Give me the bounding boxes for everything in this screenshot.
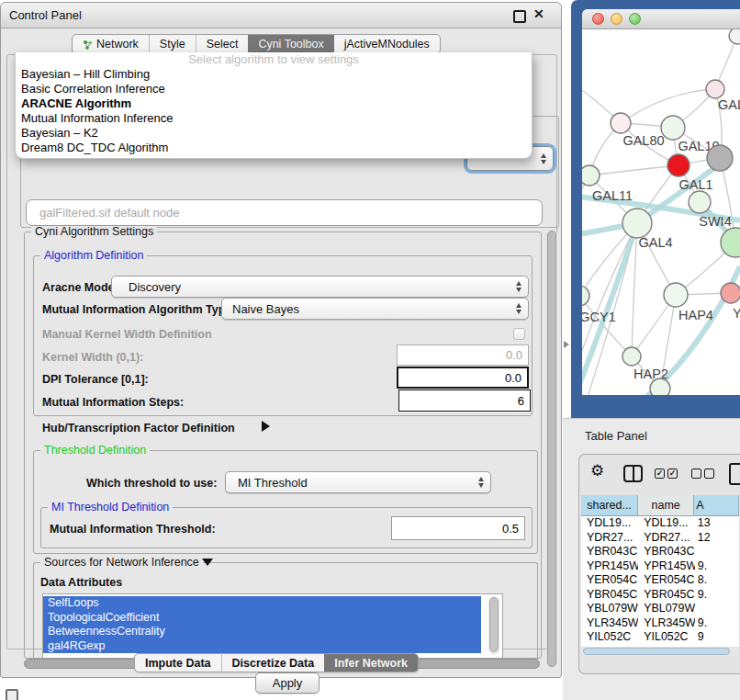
file-icon[interactable] bbox=[729, 463, 740, 485]
column-header-shared...[interactable]: shared... bbox=[581, 495, 638, 516]
algorithm-option[interactable]: Bayesian – K2 bbox=[16, 126, 532, 141]
cyni-bottom-tabbar: Impute DataDiscretize DataInfer Network bbox=[134, 653, 419, 672]
tab-style[interactable]: Style bbox=[149, 35, 196, 53]
table-cell: YIL052C bbox=[581, 630, 638, 645]
manual-kernel-checkbox[interactable] bbox=[513, 328, 525, 340]
table-cell: YDR27... bbox=[638, 531, 695, 546]
table-row[interactable]: YIL052CYIL052C9 bbox=[581, 630, 739, 645]
algorithm-option[interactable]: Bayesian – Hill Climbing bbox=[16, 67, 532, 82]
table-cell: YLR345W bbox=[581, 616, 638, 631]
data-attribute-item[interactable]: gal4RGexp bbox=[43, 639, 481, 654]
network-node[interactable] bbox=[707, 145, 733, 171]
algorithm-option[interactable]: Basic Correlation Inference bbox=[16, 82, 532, 96]
network-window-frame[interactable]: GALGAL80GAL10GAL1GAL11SWI4GAL4GCY1HAP4YH… bbox=[571, 0, 740, 418]
table-row[interactable]: YBR043CYBR043C bbox=[581, 545, 739, 559]
dpi-tolerance-input[interactable]: 0.0 bbox=[397, 367, 529, 389]
tab-discretize-data[interactable]: Discretize Data bbox=[221, 654, 325, 672]
network-window-titlebar[interactable] bbox=[582, 9, 740, 29]
tab-label: jActiveMNodules bbox=[344, 38, 430, 51]
table-row[interactable]: YER054CYER054C8. bbox=[581, 573, 739, 588]
mi-steps-label: Mutual Information Steps: bbox=[42, 396, 184, 409]
network-node-gal11[interactable] bbox=[582, 165, 600, 186]
table-cell: YBL079W bbox=[581, 602, 638, 616]
aracne-mode-label: Aracne Mode: bbox=[42, 281, 118, 294]
zoom-traffic-light-icon[interactable] bbox=[629, 13, 641, 25]
table-row[interactable]: YDL19...YDL19...13 bbox=[581, 516, 739, 531]
maximize-icon[interactable] bbox=[513, 10, 526, 23]
algorithm-option[interactable]: Mutual Information Inference bbox=[16, 111, 532, 126]
table-cell: YDL19... bbox=[581, 516, 638, 531]
mi-steps-input[interactable]: 6 bbox=[398, 390, 531, 412]
network-canvas[interactable]: GALGAL80GAL10GAL1GAL11SWI4GAL4GCY1HAP4YH… bbox=[582, 29, 740, 395]
tab-jactivemnodules[interactable]: jActiveMNodules bbox=[334, 35, 440, 53]
corner-widget-icon[interactable] bbox=[6, 689, 18, 700]
data-attribute-item[interactable]: SelfLoops bbox=[43, 596, 481, 611]
table-row[interactable]: YDR27...YDR27...12 bbox=[581, 531, 739, 546]
network-selector-combobox[interactable]: galFiltered.sif default node bbox=[26, 199, 543, 226]
tab-select[interactable]: Select bbox=[196, 35, 249, 53]
table-row[interactable]: YBR045CYBR045C9. bbox=[581, 588, 739, 603]
mi-threshold-label: Mutual Information Threshold: bbox=[50, 523, 216, 536]
network-node-hap4[interactable] bbox=[664, 283, 688, 307]
table-panel: ⚙ ✓ ✓ shared...nameA YDL19...YDL19...13Y… bbox=[578, 454, 740, 674]
algorithm-definition-title: Algorithm Definition bbox=[40, 249, 147, 262]
table-row[interactable]: YLR345WYLR345W9. bbox=[581, 616, 739, 631]
list-scrollbar[interactable] bbox=[488, 596, 499, 655]
kernel-width-input[interactable]: 0.0 bbox=[397, 344, 529, 366]
algorithm-option[interactable]: Dream8 DC_TDC Algorithm bbox=[16, 141, 532, 155]
network-node-gal4[interactable] bbox=[622, 209, 652, 238]
screenshot-root: Control Panel ✕ NetworkStyleSelectCyni T… bbox=[0, 0, 740, 700]
data-attributes-list[interactable]: SelfLoopsTopologicalCoefficientBetweenne… bbox=[42, 593, 503, 659]
expand-arrow-icon[interactable] bbox=[262, 421, 270, 432]
control-panel-titlebar[interactable]: Control Panel ✕ bbox=[1, 3, 561, 28]
close-traffic-light-icon[interactable] bbox=[592, 13, 604, 25]
table-horizontal-scrollbar[interactable] bbox=[582, 647, 739, 656]
network-node[interactable] bbox=[729, 29, 740, 44]
table-row[interactable]: YBL079WYBL079W bbox=[581, 602, 739, 616]
minimize-traffic-light-icon[interactable] bbox=[611, 13, 622, 25]
column-header-A[interactable]: A bbox=[694, 495, 739, 516]
table-cell: YBR043C bbox=[581, 545, 638, 559]
hub-definition-label: Hub/Transcription Factor Definition bbox=[42, 422, 235, 435]
network-node[interactable] bbox=[650, 378, 670, 395]
network-node-gal10[interactable] bbox=[661, 116, 685, 140]
apply-button[interactable]: Apply bbox=[255, 672, 320, 694]
table-cell: 9. bbox=[695, 588, 739, 603]
network-node-gal[interactable] bbox=[706, 80, 724, 98]
checked-box-icon[interactable]: ✓ bbox=[667, 469, 678, 479]
table-cell: YPR145W bbox=[581, 559, 638, 574]
tab-infer-network[interactable]: Infer Network bbox=[324, 654, 418, 672]
network-node-y[interactable] bbox=[721, 283, 740, 303]
network-node-gal80[interactable] bbox=[611, 113, 631, 133]
network-node-swi4[interactable] bbox=[689, 191, 711, 213]
table-row[interactable]: YPR145WYPR145W9. bbox=[581, 559, 739, 574]
gear-icon[interactable]: ⚙ bbox=[590, 463, 604, 479]
data-attribute-item[interactable]: BetweennessCentrality bbox=[43, 625, 481, 639]
tab-impute-data[interactable]: Impute Data bbox=[135, 654, 221, 672]
kernel-width-label: Kernel Width (0,1): bbox=[42, 351, 143, 364]
aracne-mode-combobox[interactable]: Discovery bbox=[111, 276, 529, 298]
network-node-gal1[interactable] bbox=[667, 154, 690, 176]
column-header-name[interactable]: name bbox=[638, 495, 694, 516]
mi-threshold-input[interactable]: 0.5 bbox=[391, 516, 525, 540]
settings-vertical-scrollbar[interactable] bbox=[546, 230, 557, 668]
network-node-gcy1[interactable] bbox=[582, 286, 589, 306]
collapse-arrow-icon[interactable] bbox=[202, 559, 213, 566]
panel-resize-arrow-icon[interactable] bbox=[564, 341, 569, 348]
tab-network[interactable]: Network bbox=[73, 35, 149, 53]
mi-type-combobox[interactable]: Naive Bayes bbox=[221, 298, 529, 320]
which-threshold-combobox[interactable]: MI Threshold bbox=[225, 471, 491, 493]
table-cell bbox=[695, 545, 739, 559]
tab-label: Select bbox=[207, 38, 239, 51]
tab-cyni-toolbox[interactable]: Cyni Toolbox bbox=[248, 35, 333, 53]
dpi-tolerance-value: 0.0 bbox=[505, 371, 521, 385]
algorithm-option[interactable]: ARACNE Algorithm bbox=[16, 96, 532, 111]
unchecked-box-icon[interactable] bbox=[704, 469, 714, 479]
data-attribute-item[interactable]: TopologicalCoefficient bbox=[43, 611, 481, 626]
network-edge[interactable] bbox=[589, 165, 678, 175]
close-icon[interactable]: ✕ bbox=[533, 6, 544, 21]
split-columns-icon[interactable] bbox=[623, 465, 643, 482]
network-node-hap2[interactable] bbox=[622, 347, 641, 366]
checked-box-icon[interactable]: ✓ bbox=[655, 469, 665, 479]
unchecked-box-icon[interactable] bbox=[691, 469, 701, 479]
